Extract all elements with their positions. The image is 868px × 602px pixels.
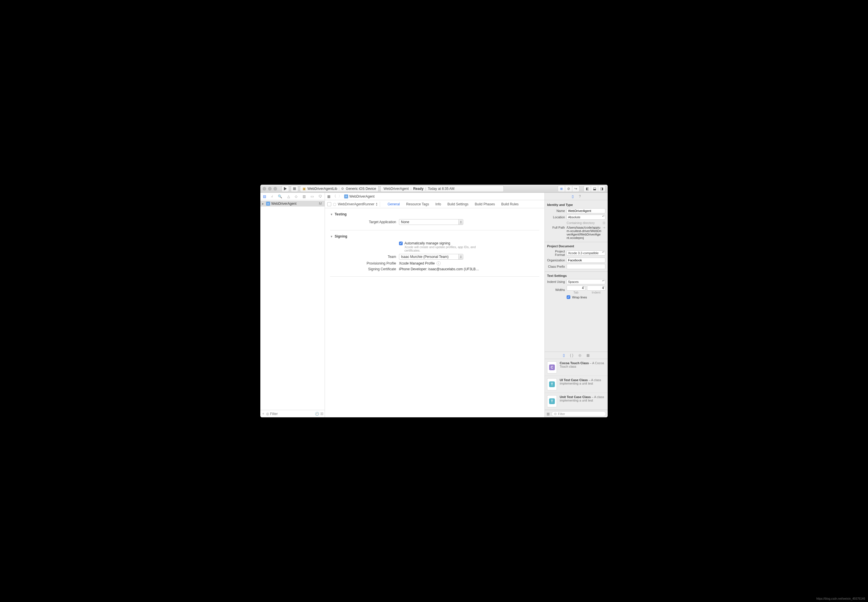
toggle-inspector-button[interactable]: ◨ bbox=[598, 186, 605, 192]
minimize-window[interactable] bbox=[268, 187, 271, 190]
source-control-navigator-tab[interactable]: ⑁ bbox=[271, 195, 273, 198]
tab-general[interactable]: General bbox=[387, 202, 400, 206]
folder-chooser-icon[interactable]: ▥ bbox=[603, 221, 605, 224]
scope-icon[interactable]: ◎ bbox=[266, 412, 269, 416]
scheme-selector[interactable]: ▣ WebDriverAgentLib ⚙︎ Generic iOS Devic… bbox=[300, 186, 379, 192]
scm-filter-icon[interactable]: ☒ bbox=[320, 412, 323, 416]
jump-bar-crumb[interactable]: A WebDriverAgent bbox=[344, 195, 375, 198]
stop-button[interactable] bbox=[291, 186, 298, 192]
file-icon: ▯ bbox=[572, 195, 574, 198]
target-application-select[interactable]: None ▴▾ bbox=[399, 219, 463, 225]
xcode-project-icon: A bbox=[266, 202, 270, 206]
svg-rect-0 bbox=[293, 187, 296, 190]
section-title: Testing bbox=[335, 212, 347, 216]
forward-button[interactable]: 〉 bbox=[338, 194, 342, 199]
project-navigator-tab[interactable]: ▤ bbox=[263, 195, 266, 198]
issue-navigator-tab[interactable]: △ bbox=[287, 195, 290, 198]
project-format-select[interactable]: Xcode 3.2-compatible▴▾ bbox=[566, 250, 605, 256]
auto-manage-signing-checkbox[interactable]: ✓ bbox=[399, 241, 403, 245]
name-field[interactable] bbox=[566, 208, 605, 213]
signing-header[interactable]: ▼ Signing bbox=[330, 234, 539, 238]
project-document-header: Project Document bbox=[547, 244, 605, 248]
assistant-editor-button[interactable]: ⊘ bbox=[565, 186, 573, 192]
report-navigator-tab[interactable]: 🗨 bbox=[318, 195, 322, 198]
project-editor-tabs: ▢ WebDriverAgentRunner ▴▾ General Resour… bbox=[325, 200, 545, 208]
organization-label: Organization bbox=[547, 258, 566, 262]
toggle-navigator-button[interactable]: ◧ bbox=[583, 186, 591, 192]
wrap-lines-checkbox[interactable]: ✓ bbox=[566, 295, 570, 299]
class-prefix-label: Class Prefix bbox=[547, 265, 566, 268]
debug-navigator-tab[interactable]: ▥ bbox=[303, 195, 306, 198]
library-item[interactable]: TUI Test Case Class – A class implementi… bbox=[545, 376, 608, 393]
test-navigator-tab[interactable]: ◇ bbox=[295, 195, 297, 198]
signing-section: ▼ Signing ✓ Automatically manage signing… bbox=[330, 234, 539, 271]
identity-type-header: Identity and Type bbox=[547, 203, 605, 206]
testing-section: ▼ Testing Target Application None ▴▾ bbox=[330, 212, 539, 225]
reveal-arrow-icon[interactable]: ➜ bbox=[603, 226, 605, 240]
run-button[interactable] bbox=[282, 186, 289, 192]
provisioning-profile-value: Xcode Managed Profile bbox=[399, 261, 435, 266]
wrap-lines-label: Wrap lines bbox=[572, 296, 587, 299]
project-name: WebDriverAgent bbox=[271, 202, 297, 206]
standard-editor-button[interactable]: ≣ bbox=[558, 186, 565, 192]
filter-placeholder: Filter bbox=[558, 412, 565, 416]
full-path-value: /Users/isaac/code/appium-xcuitest-driver… bbox=[566, 226, 602, 240]
indent-width-stepper[interactable]: 4▴▾ bbox=[587, 286, 606, 291]
divider bbox=[330, 230, 539, 230]
indent-using-select[interactable]: Spaces▴▾ bbox=[566, 279, 605, 284]
class-prefix-field[interactable] bbox=[566, 264, 605, 269]
full-path-label: Full Path bbox=[547, 226, 566, 229]
organization-field[interactable] bbox=[566, 258, 605, 263]
tab-build-phases[interactable]: Build Phases bbox=[475, 202, 495, 206]
testing-header[interactable]: ▼ Testing bbox=[330, 212, 539, 216]
navigator-filter-input[interactable] bbox=[270, 412, 314, 416]
widths-label: Widths bbox=[547, 288, 566, 292]
file-inspector-tab[interactable]: ▯ bbox=[572, 195, 574, 198]
breakpoint-navigator-tab[interactable]: ▭ bbox=[311, 195, 314, 198]
tab-resource-tags[interactable]: Resource Tags bbox=[406, 202, 429, 206]
window-controls bbox=[263, 187, 277, 190]
media-library-tab[interactable]: ▦ bbox=[586, 353, 589, 357]
auto-manage-signing-label: Automatically manage signing bbox=[404, 241, 450, 245]
tab-info[interactable]: Info bbox=[435, 202, 441, 206]
tab-build-settings[interactable]: Build Settings bbox=[447, 202, 468, 206]
xcode-project-icon: A bbox=[344, 195, 348, 198]
object-library-tab[interactable]: ◎ bbox=[579, 353, 581, 357]
select-value: Absolute bbox=[568, 215, 580, 219]
info-icon[interactable]: i bbox=[436, 261, 441, 266]
watermark: https://blog.csdn.net/weixin_45576146 bbox=[816, 597, 865, 600]
updown-icon: ▴▾ bbox=[376, 202, 377, 206]
find-navigator-tab[interactable]: 🔍 bbox=[278, 195, 282, 198]
tab-build-rules[interactable]: Build Rules bbox=[501, 202, 519, 206]
project-root-row[interactable]: ▸ A WebDriverAgent M bbox=[260, 201, 325, 206]
library-list: CCocoa Touch Class – A Cocoa Touch class… bbox=[545, 359, 608, 410]
zoom-window[interactable] bbox=[274, 187, 277, 190]
library-filter-input[interactable]: ◎ Filter bbox=[551, 411, 606, 416]
indent-using-label: Indent Using bbox=[547, 280, 566, 284]
indent-caption: Indent bbox=[587, 291, 606, 294]
library-item[interactable]: CCocoa Touch Class – A Cocoa Touch class bbox=[545, 359, 608, 376]
chevron-right-icon[interactable]: ▸ bbox=[262, 202, 265, 206]
related-items-icon[interactable]: ▦ bbox=[327, 195, 331, 198]
toolbar: ▣ WebDriverAgentLib ⚙︎ Generic iOS Devic… bbox=[260, 185, 608, 193]
back-button[interactable]: 〈 bbox=[333, 194, 336, 199]
code-snippet-library-tab[interactable]: { } bbox=[570, 353, 573, 357]
quickhelp-inspector-tab[interactable]: ? bbox=[579, 195, 581, 198]
select-value: Spaces bbox=[568, 280, 579, 284]
target-selector[interactable]: ▢ WebDriverAgentRunner ▴▾ bbox=[327, 202, 380, 207]
library-item[interactable]: TUnit Test Case Class – A class implemen… bbox=[545, 393, 608, 410]
grid-view-icon[interactable]: ▦ bbox=[547, 412, 550, 416]
recent-icon[interactable]: 🕘 bbox=[315, 412, 319, 416]
close-window[interactable] bbox=[263, 187, 266, 190]
add-icon[interactable]: ＋ bbox=[262, 411, 265, 416]
file-template-library-tab[interactable]: ▯ bbox=[563, 353, 565, 357]
location-select[interactable]: Absolute▴▾ bbox=[566, 215, 605, 220]
play-icon bbox=[283, 187, 287, 190]
toggle-debug-button[interactable]: ⬓ bbox=[591, 186, 598, 192]
xcode-window: ▣ WebDriverAgentLib ⚙︎ Generic iOS Devic… bbox=[260, 185, 608, 417]
tab-width-stepper[interactable]: 4▴▾ bbox=[566, 286, 585, 291]
team-select[interactable]: Isaac Murchie (Personal Team) ▴▾ bbox=[399, 254, 463, 260]
library-item-text: Cocoa Touch Class – A Cocoa Touch class bbox=[560, 361, 605, 373]
scm-modified-badge: M bbox=[319, 202, 323, 206]
version-editor-button[interactable]: ↪ bbox=[572, 186, 580, 192]
